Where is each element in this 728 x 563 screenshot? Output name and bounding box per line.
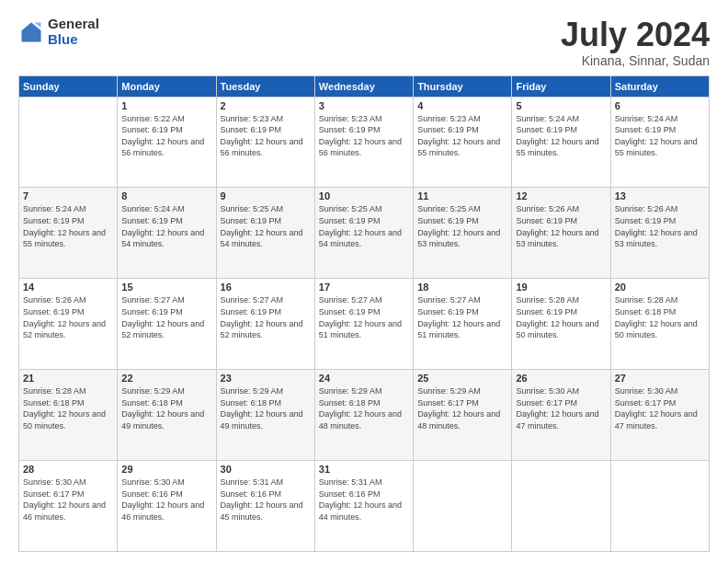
day-number: 21 <box>23 373 113 384</box>
day-info: Sunrise: 5:31 AMSunset: 6:16 PMDaylight:… <box>319 477 409 523</box>
day-number: 1 <box>121 100 211 111</box>
day-info: Sunrise: 5:28 AMSunset: 6:18 PMDaylight:… <box>615 294 705 340</box>
day-number: 15 <box>121 282 211 293</box>
weekday-header-monday: Monday <box>118 75 216 97</box>
day-info: Sunrise: 5:31 AMSunset: 6:16 PMDaylight:… <box>221 477 311 523</box>
day-info: Sunrise: 5:26 AMSunset: 6:19 PMDaylight:… <box>516 203 606 249</box>
day-number: 7 <box>23 190 113 201</box>
calendar-cell: 15Sunrise: 5:27 AMSunset: 6:19 PMDayligh… <box>118 279 216 370</box>
day-info: Sunrise: 5:29 AMSunset: 6:18 PMDaylight:… <box>319 385 409 431</box>
calendar-cell: 31Sunrise: 5:31 AMSunset: 6:16 PMDayligh… <box>314 461 413 552</box>
logo: General Blue <box>18 17 99 47</box>
day-number: 25 <box>417 373 507 384</box>
calendar-cell: 19Sunrise: 5:28 AMSunset: 6:19 PMDayligh… <box>512 279 610 370</box>
calendar-cell: 14Sunrise: 5:26 AMSunset: 6:19 PMDayligh… <box>19 279 118 370</box>
day-info: Sunrise: 5:24 AMSunset: 6:19 PMDaylight:… <box>23 203 113 249</box>
day-number: 2 <box>221 100 311 111</box>
weekday-header-saturday: Saturday <box>610 75 709 97</box>
calendar-cell: 17Sunrise: 5:27 AMSunset: 6:19 PMDayligh… <box>314 279 413 370</box>
page: General Blue July 2024 Kinana, Sinnar, S… <box>0 0 728 563</box>
day-number: 5 <box>516 100 606 111</box>
calendar-cell: 26Sunrise: 5:30 AMSunset: 6:17 PMDayligh… <box>512 370 610 461</box>
calendar-cell: 27Sunrise: 5:30 AMSunset: 6:17 PMDayligh… <box>610 370 709 461</box>
day-info: Sunrise: 5:23 AMSunset: 6:19 PMDaylight:… <box>319 113 409 159</box>
day-number: 6 <box>615 100 705 111</box>
day-info: Sunrise: 5:29 AMSunset: 6:18 PMDaylight:… <box>121 385 211 431</box>
day-info: Sunrise: 5:25 AMSunset: 6:19 PMDaylight:… <box>319 203 409 249</box>
calendar-cell: 16Sunrise: 5:27 AMSunset: 6:19 PMDayligh… <box>216 279 314 370</box>
day-info: Sunrise: 5:27 AMSunset: 6:19 PMDaylight:… <box>121 294 211 340</box>
day-info: Sunrise: 5:30 AMSunset: 6:16 PMDaylight:… <box>121 477 211 523</box>
week-row-2: 7Sunrise: 5:24 AMSunset: 6:19 PMDaylight… <box>19 188 710 279</box>
calendar-cell: 21Sunrise: 5:28 AMSunset: 6:18 PMDayligh… <box>19 370 118 461</box>
calendar-cell <box>19 97 118 188</box>
calendar-table: SundayMondayTuesdayWednesdayThursdayFrid… <box>18 75 710 552</box>
calendar-cell: 3Sunrise: 5:23 AMSunset: 6:19 PMDaylight… <box>314 97 413 188</box>
day-number: 28 <box>23 464 113 475</box>
day-info: Sunrise: 5:27 AMSunset: 6:19 PMDaylight:… <box>319 294 409 340</box>
day-number: 23 <box>221 373 311 384</box>
day-number: 26 <box>516 373 606 384</box>
day-number: 24 <box>319 373 409 384</box>
calendar-cell <box>610 461 709 552</box>
title-block: July 2024 Kinana, Sinnar, Sudan <box>561 17 710 68</box>
calendar-cell: 12Sunrise: 5:26 AMSunset: 6:19 PMDayligh… <box>512 188 610 279</box>
day-number: 12 <box>516 190 606 201</box>
day-number: 19 <box>516 282 606 293</box>
day-info: Sunrise: 5:24 AMSunset: 6:19 PMDaylight:… <box>516 113 606 159</box>
calendar-cell <box>512 461 610 552</box>
day-number: 8 <box>121 190 211 201</box>
calendar-cell: 28Sunrise: 5:30 AMSunset: 6:17 PMDayligh… <box>19 461 118 552</box>
calendar-cell: 24Sunrise: 5:29 AMSunset: 6:18 PMDayligh… <box>314 370 413 461</box>
day-info: Sunrise: 5:28 AMSunset: 6:19 PMDaylight:… <box>516 294 606 340</box>
logo-text: General Blue <box>48 17 99 47</box>
day-info: Sunrise: 5:30 AMSunset: 6:17 PMDaylight:… <box>615 385 705 431</box>
calendar-cell: 11Sunrise: 5:25 AMSunset: 6:19 PMDayligh… <box>414 188 512 279</box>
week-row-3: 14Sunrise: 5:26 AMSunset: 6:19 PMDayligh… <box>19 279 710 370</box>
calendar-cell: 18Sunrise: 5:27 AMSunset: 6:19 PMDayligh… <box>414 279 512 370</box>
logo-general: General <box>48 17 99 32</box>
weekday-header-sunday: Sunday <box>19 75 118 97</box>
weekday-header-thursday: Thursday <box>414 75 512 97</box>
calendar-cell: 10Sunrise: 5:25 AMSunset: 6:19 PMDayligh… <box>314 188 413 279</box>
calendar-cell: 4Sunrise: 5:23 AMSunset: 6:19 PMDaylight… <box>414 97 512 188</box>
week-row-1: 1Sunrise: 5:22 AMSunset: 6:19 PMDaylight… <box>19 97 710 188</box>
day-number: 11 <box>417 190 507 201</box>
day-number: 10 <box>319 190 409 201</box>
calendar-cell: 23Sunrise: 5:29 AMSunset: 6:18 PMDayligh… <box>216 370 314 461</box>
day-number: 17 <box>319 282 409 293</box>
subtitle: Kinana, Sinnar, Sudan <box>561 53 710 68</box>
day-number: 4 <box>417 100 507 111</box>
calendar-cell: 2Sunrise: 5:23 AMSunset: 6:19 PMDaylight… <box>216 97 314 188</box>
day-info: Sunrise: 5:26 AMSunset: 6:19 PMDaylight:… <box>23 294 113 340</box>
calendar-cell: 30Sunrise: 5:31 AMSunset: 6:16 PMDayligh… <box>216 461 314 552</box>
calendar-cell: 13Sunrise: 5:26 AMSunset: 6:19 PMDayligh… <box>610 188 709 279</box>
day-number: 9 <box>221 190 311 201</box>
day-number: 20 <box>615 282 705 293</box>
day-info: Sunrise: 5:25 AMSunset: 6:19 PMDaylight:… <box>417 203 507 249</box>
day-info: Sunrise: 5:25 AMSunset: 6:19 PMDaylight:… <box>221 203 311 249</box>
day-number: 16 <box>221 282 311 293</box>
day-number: 30 <box>221 464 311 475</box>
day-info: Sunrise: 5:24 AMSunset: 6:19 PMDaylight:… <box>615 113 705 159</box>
day-number: 14 <box>23 282 113 293</box>
day-info: Sunrise: 5:27 AMSunset: 6:19 PMDaylight:… <box>417 294 507 340</box>
calendar-cell: 1Sunrise: 5:22 AMSunset: 6:19 PMDaylight… <box>118 97 216 188</box>
logo-blue: Blue <box>48 32 99 48</box>
week-row-5: 28Sunrise: 5:30 AMSunset: 6:17 PMDayligh… <box>19 461 710 552</box>
day-info: Sunrise: 5:24 AMSunset: 6:19 PMDaylight:… <box>121 203 211 249</box>
calendar-cell: 7Sunrise: 5:24 AMSunset: 6:19 PMDaylight… <box>19 188 118 279</box>
calendar-cell: 22Sunrise: 5:29 AMSunset: 6:18 PMDayligh… <box>118 370 216 461</box>
day-info: Sunrise: 5:23 AMSunset: 6:19 PMDaylight:… <box>417 113 507 159</box>
week-row-4: 21Sunrise: 5:28 AMSunset: 6:18 PMDayligh… <box>19 370 710 461</box>
day-info: Sunrise: 5:30 AMSunset: 6:17 PMDaylight:… <box>23 477 113 523</box>
calendar-cell: 6Sunrise: 5:24 AMSunset: 6:19 PMDaylight… <box>610 97 709 188</box>
day-info: Sunrise: 5:22 AMSunset: 6:19 PMDaylight:… <box>121 113 211 159</box>
weekday-header-tuesday: Tuesday <box>216 75 314 97</box>
header: General Blue July 2024 Kinana, Sinnar, S… <box>18 17 710 68</box>
main-title: July 2024 <box>561 17 710 53</box>
day-number: 27 <box>615 373 705 384</box>
logo-icon <box>18 19 44 45</box>
day-number: 13 <box>615 190 705 201</box>
calendar-cell: 5Sunrise: 5:24 AMSunset: 6:19 PMDaylight… <box>512 97 610 188</box>
